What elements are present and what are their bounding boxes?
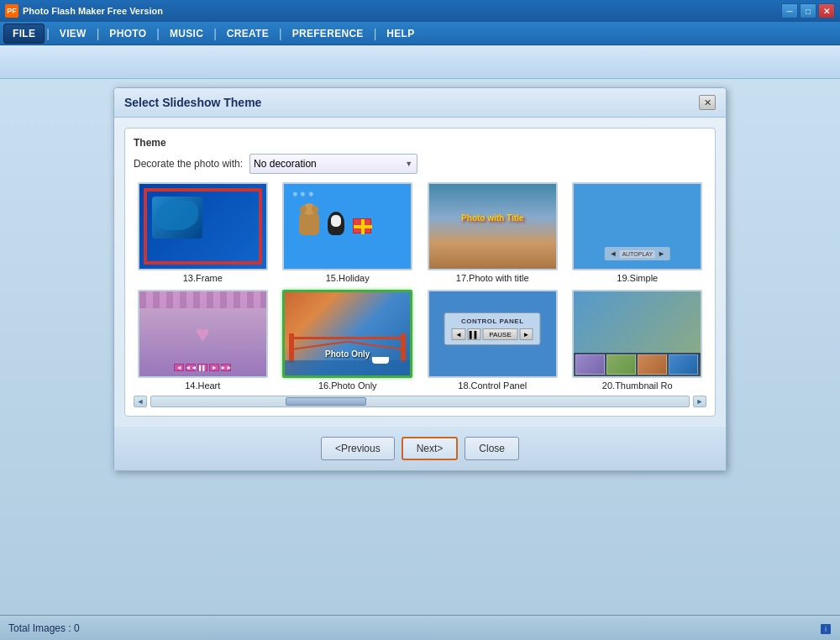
scroll-left-button[interactable]: ◄: [134, 396, 147, 407]
theme-section: Theme Decorate the photo with: No decora…: [124, 128, 716, 417]
main-area: Select Slideshow Theme ✕ Theme Decorate …: [0, 79, 840, 615]
app-title: Photo Flash Maker Free Version: [23, 6, 781, 16]
theme-16-label: 16.Photo Only: [318, 380, 377, 391]
scroll-area: ◄ ►: [134, 396, 706, 407]
theme-16-preview: Photo Only: [282, 290, 412, 378]
menu-item-music[interactable]: Music: [161, 24, 212, 43]
theme-17-label: 17.Photo with title: [456, 273, 529, 283]
theme-17-item[interactable]: Photo with Title 17.Photo with title: [423, 182, 562, 283]
theme-15-preview: ❄ ❄ ❄: [282, 182, 412, 270]
theme-20-preview: [572, 290, 702, 378]
theme-15-label: 15.Holiday: [326, 273, 370, 283]
theme-14-item[interactable]: ♥ ◄ ◄◄ ▌▌ ► ►► 14.H: [134, 290, 272, 391]
theme-13-label: 13.Frame: [183, 273, 223, 283]
menu-sep-1: |: [45, 27, 51, 40]
next-button[interactable]: Next>: [402, 437, 459, 460]
minimize-button[interactable]: ─: [781, 3, 798, 18]
dialog-content: Theme Decorate the photo with: No decora…: [114, 118, 726, 427]
scroll-thumb[interactable]: [286, 397, 366, 406]
theme-20-item[interactable]: 20.Thumbnail Ro: [569, 290, 707, 391]
menu-sep-3: |: [155, 27, 161, 40]
theme-14-preview: ♥ ◄ ◄◄ ▌▌ ► ►►: [138, 290, 268, 378]
decorate-label: Decorate the photo with:: [134, 158, 243, 170]
menu-sep-2: |: [95, 27, 102, 40]
theme-13-preview: [138, 182, 268, 270]
menu-bar: File | View | Photo | Music | Create | P…: [0, 22, 840, 45]
scroll-bar[interactable]: [150, 396, 690, 407]
theme-section-label: Theme: [134, 137, 706, 149]
menu-item-view[interactable]: View: [51, 24, 95, 43]
dialog-title: Select Slideshow Theme: [124, 96, 261, 109]
menu-sep-6: |: [372, 27, 379, 40]
theme-18-item[interactable]: CONTROL PANEL ◄ ▌▌ PAUSE ►: [423, 290, 562, 391]
menu-item-photo[interactable]: Photo: [101, 24, 155, 43]
decorate-row: Decorate the photo with: No decoration B…: [134, 154, 706, 174]
decoration-select-wrapper[interactable]: No decoration Border Shadow Glow: [249, 154, 417, 174]
menu-item-help[interactable]: Help: [378, 24, 423, 43]
maximize-button[interactable]: □: [800, 3, 816, 18]
status-icon: i: [818, 622, 833, 637]
theme-18-preview: CONTROL PANEL ◄ ▌▌ PAUSE ►: [428, 290, 558, 378]
status-bar: Total Images : 0 i: [0, 615, 840, 640]
theme-18-label: 18.Control Panel: [458, 380, 527, 391]
menu-sep-5: |: [277, 27, 284, 40]
previous-button[interactable]: <Previous: [321, 437, 395, 460]
theme-16-item[interactable]: Photo Only 16.Photo Only: [279, 290, 417, 391]
close-button[interactable]: Close: [465, 437, 519, 460]
dialog-close-button[interactable]: ✕: [699, 95, 716, 110]
dialog-header: Select Slideshow Theme ✕: [114, 88, 726, 118]
theme-13-item[interactable]: 13.Frame: [134, 182, 272, 283]
svg-text:i: i: [825, 625, 827, 633]
slideshow-theme-dialog: Select Slideshow Theme ✕ Theme Decorate …: [113, 87, 727, 471]
theme-14-label: 14.Heart: [185, 380, 220, 391]
window-controls: ─ □ ✕: [781, 3, 835, 18]
menu-item-create[interactable]: Create: [218, 24, 277, 43]
themes-grid: 13.Frame: [134, 182, 706, 391]
scroll-right-button[interactable]: ►: [693, 396, 706, 407]
theme-17-preview: Photo with Title: [428, 182, 558, 270]
theme-15-item[interactable]: ❄ ❄ ❄ 15.Holiday: [279, 182, 417, 283]
total-images-label: Total Images : 0: [8, 622, 80, 634]
theme-19-item[interactable]: ◄ AUTOPLAY ► 19.Simple: [569, 182, 707, 283]
dialog-footer: <Previous Next> Close: [114, 427, 726, 470]
menu-sep-4: |: [212, 27, 218, 40]
window-close-button[interactable]: ✕: [818, 3, 835, 18]
theme-20-label: 20.Thumbnail Ro: [602, 380, 673, 391]
theme-19-label: 19.Simple: [617, 273, 658, 283]
menu-item-preference[interactable]: Preference: [284, 24, 372, 43]
app-icon: PF: [5, 4, 18, 18]
toolbar: [0, 45, 840, 79]
theme-19-preview: ◄ AUTOPLAY ►: [572, 182, 702, 270]
title-bar: PF Photo Flash Maker Free Version ─ □ ✕: [0, 0, 840, 22]
menu-item-file[interactable]: File: [3, 24, 45, 44]
decoration-select[interactable]: No decoration Border Shadow Glow: [249, 154, 417, 174]
